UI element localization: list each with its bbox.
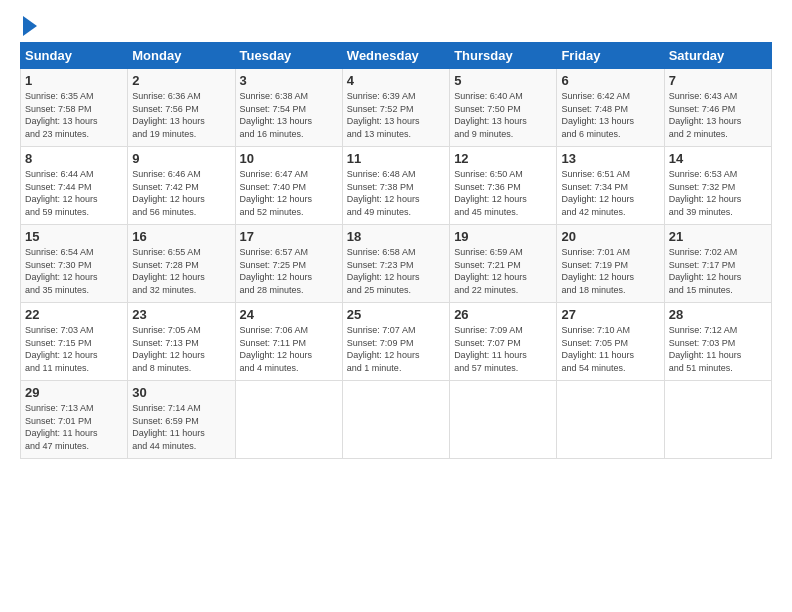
day-number: 14 [669, 151, 767, 166]
day-cell: 30Sunrise: 7:14 AM Sunset: 6:59 PM Dayli… [128, 381, 235, 459]
day-number: 20 [561, 229, 659, 244]
day-content: Sunrise: 6:38 AM Sunset: 7:54 PM Dayligh… [240, 90, 338, 140]
day-cell: 20Sunrise: 7:01 AM Sunset: 7:19 PM Dayli… [557, 225, 664, 303]
header-day-friday: Friday [557, 43, 664, 69]
calendar-page: SundayMondayTuesdayWednesdayThursdayFrid… [0, 0, 792, 612]
day-cell: 19Sunrise: 6:59 AM Sunset: 7:21 PM Dayli… [450, 225, 557, 303]
day-cell: 18Sunrise: 6:58 AM Sunset: 7:23 PM Dayli… [342, 225, 449, 303]
day-content: Sunrise: 6:53 AM Sunset: 7:32 PM Dayligh… [669, 168, 767, 218]
day-cell: 26Sunrise: 7:09 AM Sunset: 7:07 PM Dayli… [450, 303, 557, 381]
day-content: Sunrise: 6:39 AM Sunset: 7:52 PM Dayligh… [347, 90, 445, 140]
day-number: 2 [132, 73, 230, 88]
day-content: Sunrise: 6:36 AM Sunset: 7:56 PM Dayligh… [132, 90, 230, 140]
week-row-2: 8Sunrise: 6:44 AM Sunset: 7:44 PM Daylig… [21, 147, 772, 225]
day-number: 21 [669, 229, 767, 244]
day-number: 29 [25, 385, 123, 400]
day-content: Sunrise: 6:43 AM Sunset: 7:46 PM Dayligh… [669, 90, 767, 140]
day-cell: 23Sunrise: 7:05 AM Sunset: 7:13 PM Dayli… [128, 303, 235, 381]
day-cell: 14Sunrise: 6:53 AM Sunset: 7:32 PM Dayli… [664, 147, 771, 225]
day-content: Sunrise: 6:42 AM Sunset: 7:48 PM Dayligh… [561, 90, 659, 140]
logo [20, 16, 37, 32]
day-cell: 5Sunrise: 6:40 AM Sunset: 7:50 PM Daylig… [450, 69, 557, 147]
day-cell: 29Sunrise: 7:13 AM Sunset: 7:01 PM Dayli… [21, 381, 128, 459]
day-cell: 21Sunrise: 7:02 AM Sunset: 7:17 PM Dayli… [664, 225, 771, 303]
day-content: Sunrise: 6:46 AM Sunset: 7:42 PM Dayligh… [132, 168, 230, 218]
day-content: Sunrise: 6:35 AM Sunset: 7:58 PM Dayligh… [25, 90, 123, 140]
day-cell: 3Sunrise: 6:38 AM Sunset: 7:54 PM Daylig… [235, 69, 342, 147]
day-number: 13 [561, 151, 659, 166]
header-day-saturday: Saturday [664, 43, 771, 69]
day-content: Sunrise: 6:54 AM Sunset: 7:30 PM Dayligh… [25, 246, 123, 296]
day-cell [235, 381, 342, 459]
day-cell: 7Sunrise: 6:43 AM Sunset: 7:46 PM Daylig… [664, 69, 771, 147]
day-number: 4 [347, 73, 445, 88]
day-number: 10 [240, 151, 338, 166]
week-row-1: 1Sunrise: 6:35 AM Sunset: 7:58 PM Daylig… [21, 69, 772, 147]
day-number: 6 [561, 73, 659, 88]
day-content: Sunrise: 7:13 AM Sunset: 7:01 PM Dayligh… [25, 402, 123, 452]
day-number: 5 [454, 73, 552, 88]
day-content: Sunrise: 6:59 AM Sunset: 7:21 PM Dayligh… [454, 246, 552, 296]
day-number: 12 [454, 151, 552, 166]
day-content: Sunrise: 6:58 AM Sunset: 7:23 PM Dayligh… [347, 246, 445, 296]
day-number: 17 [240, 229, 338, 244]
day-cell: 22Sunrise: 7:03 AM Sunset: 7:15 PM Dayli… [21, 303, 128, 381]
day-cell: 16Sunrise: 6:55 AM Sunset: 7:28 PM Dayli… [128, 225, 235, 303]
day-number: 1 [25, 73, 123, 88]
day-content: Sunrise: 7:02 AM Sunset: 7:17 PM Dayligh… [669, 246, 767, 296]
day-cell: 12Sunrise: 6:50 AM Sunset: 7:36 PM Dayli… [450, 147, 557, 225]
day-cell: 27Sunrise: 7:10 AM Sunset: 7:05 PM Dayli… [557, 303, 664, 381]
day-number: 28 [669, 307, 767, 322]
day-content: Sunrise: 7:14 AM Sunset: 6:59 PM Dayligh… [132, 402, 230, 452]
header-day-thursday: Thursday [450, 43, 557, 69]
day-cell [557, 381, 664, 459]
day-content: Sunrise: 7:01 AM Sunset: 7:19 PM Dayligh… [561, 246, 659, 296]
day-number: 15 [25, 229, 123, 244]
day-cell [342, 381, 449, 459]
week-row-5: 29Sunrise: 7:13 AM Sunset: 7:01 PM Dayli… [21, 381, 772, 459]
day-cell: 25Sunrise: 7:07 AM Sunset: 7:09 PM Dayli… [342, 303, 449, 381]
day-cell: 10Sunrise: 6:47 AM Sunset: 7:40 PM Dayli… [235, 147, 342, 225]
day-number: 30 [132, 385, 230, 400]
day-number: 19 [454, 229, 552, 244]
day-number: 18 [347, 229, 445, 244]
day-number: 8 [25, 151, 123, 166]
day-content: Sunrise: 7:10 AM Sunset: 7:05 PM Dayligh… [561, 324, 659, 374]
header-day-tuesday: Tuesday [235, 43, 342, 69]
day-number: 3 [240, 73, 338, 88]
day-content: Sunrise: 6:44 AM Sunset: 7:44 PM Dayligh… [25, 168, 123, 218]
header-day-wednesday: Wednesday [342, 43, 449, 69]
day-content: Sunrise: 7:12 AM Sunset: 7:03 PM Dayligh… [669, 324, 767, 374]
day-cell [664, 381, 771, 459]
day-cell: 17Sunrise: 6:57 AM Sunset: 7:25 PM Dayli… [235, 225, 342, 303]
day-content: Sunrise: 7:06 AM Sunset: 7:11 PM Dayligh… [240, 324, 338, 374]
day-cell: 15Sunrise: 6:54 AM Sunset: 7:30 PM Dayli… [21, 225, 128, 303]
calendar-table: SundayMondayTuesdayWednesdayThursdayFrid… [20, 42, 772, 459]
day-number: 25 [347, 307, 445, 322]
day-content: Sunrise: 6:51 AM Sunset: 7:34 PM Dayligh… [561, 168, 659, 218]
day-content: Sunrise: 7:09 AM Sunset: 7:07 PM Dayligh… [454, 324, 552, 374]
day-cell: 1Sunrise: 6:35 AM Sunset: 7:58 PM Daylig… [21, 69, 128, 147]
day-number: 23 [132, 307, 230, 322]
header-day-monday: Monday [128, 43, 235, 69]
week-row-4: 22Sunrise: 7:03 AM Sunset: 7:15 PM Dayli… [21, 303, 772, 381]
day-content: Sunrise: 6:40 AM Sunset: 7:50 PM Dayligh… [454, 90, 552, 140]
day-number: 27 [561, 307, 659, 322]
header-day-sunday: Sunday [21, 43, 128, 69]
day-content: Sunrise: 6:55 AM Sunset: 7:28 PM Dayligh… [132, 246, 230, 296]
header [20, 16, 772, 32]
day-number: 7 [669, 73, 767, 88]
day-cell: 2Sunrise: 6:36 AM Sunset: 7:56 PM Daylig… [128, 69, 235, 147]
week-row-3: 15Sunrise: 6:54 AM Sunset: 7:30 PM Dayli… [21, 225, 772, 303]
day-content: Sunrise: 6:48 AM Sunset: 7:38 PM Dayligh… [347, 168, 445, 218]
day-cell: 28Sunrise: 7:12 AM Sunset: 7:03 PM Dayli… [664, 303, 771, 381]
day-number: 9 [132, 151, 230, 166]
calendar-header-row: SundayMondayTuesdayWednesdayThursdayFrid… [21, 43, 772, 69]
day-cell [450, 381, 557, 459]
day-cell: 11Sunrise: 6:48 AM Sunset: 7:38 PM Dayli… [342, 147, 449, 225]
day-cell: 4Sunrise: 6:39 AM Sunset: 7:52 PM Daylig… [342, 69, 449, 147]
day-cell: 8Sunrise: 6:44 AM Sunset: 7:44 PM Daylig… [21, 147, 128, 225]
day-cell: 13Sunrise: 6:51 AM Sunset: 7:34 PM Dayli… [557, 147, 664, 225]
day-number: 24 [240, 307, 338, 322]
day-content: Sunrise: 7:03 AM Sunset: 7:15 PM Dayligh… [25, 324, 123, 374]
